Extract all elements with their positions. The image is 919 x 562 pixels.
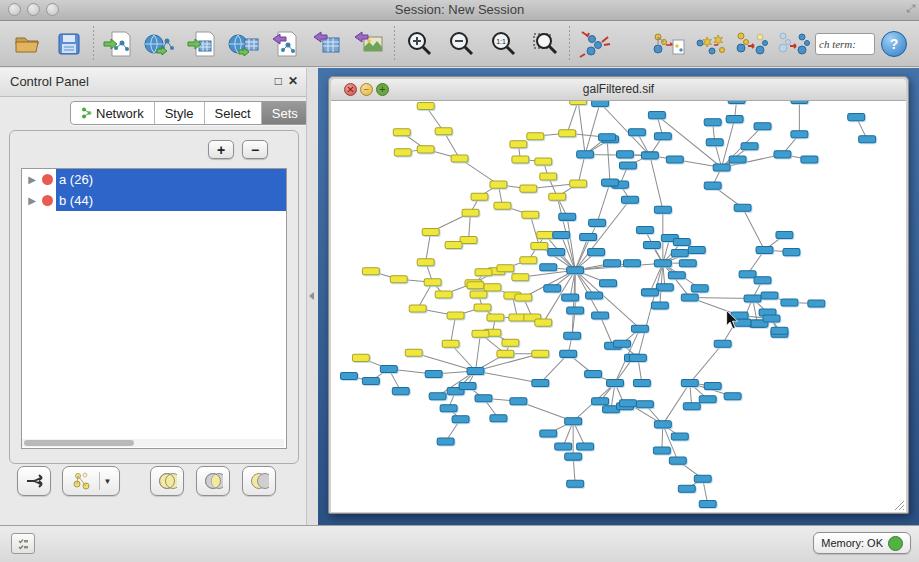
memory-status-label: Memory: OK (821, 537, 883, 549)
collapse-panel-icon[interactable] (309, 292, 314, 300)
help-icon[interactable]: ? (881, 31, 907, 57)
toolbar: 1:1 ? (0, 21, 919, 67)
export-image-button[interactable] (349, 24, 391, 64)
horizontal-scrollbar[interactable] (22, 439, 284, 447)
save-session-button[interactable] (48, 24, 90, 64)
toolbar-separator (93, 26, 94, 62)
network-tree-icon (81, 107, 92, 119)
window-resize-icon[interactable]: ⤢ (906, 2, 915, 15)
task-list-icon (18, 538, 28, 550)
float-panel-icon[interactable]: □ (275, 74, 282, 88)
split-set-icon (24, 471, 44, 491)
apply-style-icon[interactable] (689, 24, 731, 64)
set-row-b[interactable]: ▶ b (44) (22, 190, 286, 211)
zoom-in-icon[interactable] (398, 24, 440, 64)
task-history-button[interactable] (11, 533, 35, 554)
set-color-icon (42, 195, 53, 206)
zoom-selected-icon[interactable] (524, 24, 566, 64)
import-network-file-button[interactable] (97, 24, 139, 64)
toolbar-separator (569, 26, 570, 62)
toolbar-separator (394, 26, 395, 62)
network-frame-title: galFiltered.sif (331, 82, 906, 96)
intersection-button[interactable] (196, 466, 230, 496)
network-graph[interactable] (331, 101, 906, 512)
union-icon (157, 471, 177, 491)
hide-selected-icon[interactable] (731, 24, 773, 64)
apply-layout-icon[interactable] (573, 24, 615, 64)
union-button[interactable] (150, 466, 184, 496)
search-input[interactable] (815, 33, 875, 55)
chevron-down-icon[interactable]: ▼ (104, 477, 112, 486)
new-network-from-selection-icon[interactable] (647, 24, 689, 64)
network-frame-titlebar[interactable]: ✕ − + galFiltered.sif (331, 79, 906, 101)
intersection-icon (203, 471, 223, 491)
network-frame[interactable]: ✕ − + galFiltered.sif (328, 76, 909, 514)
tab-style[interactable]: Style (155, 102, 205, 124)
sets-panel: + − ▶ a (26) ▶ b (44) (9, 130, 299, 464)
difference-button[interactable] (242, 466, 276, 496)
export-network-button[interactable] (265, 24, 307, 64)
network-desktop: ✕ − + galFiltered.sif (318, 68, 919, 525)
window-title: Session: New Session (0, 2, 919, 17)
scrollbar-thumb[interactable] (24, 440, 134, 446)
set-label[interactable]: a (26) (56, 169, 286, 190)
control-panel-header: Control Panel □ ✕ (0, 68, 306, 97)
import-network-database-button[interactable] (139, 24, 181, 64)
difference-icon (249, 471, 269, 491)
create-set-button[interactable]: ▼ (62, 466, 120, 496)
show-all-icon[interactable] (773, 24, 815, 64)
tab-sets[interactable]: Sets (262, 102, 308, 124)
zoom-out-icon[interactable] (440, 24, 482, 64)
set-row-a[interactable]: ▶ a (26) (22, 169, 286, 190)
create-set-from-network-icon (71, 471, 95, 491)
status-bar: Memory: OK (0, 525, 919, 562)
memory-status-button[interactable]: Memory: OK (813, 532, 911, 554)
memory-ok-icon (888, 536, 903, 551)
close-panel-icon[interactable]: ✕ (288, 74, 298, 88)
split-set-button[interactable] (17, 466, 51, 496)
set-operations-row: ▼ (0, 466, 306, 502)
set-color-icon (42, 174, 53, 185)
import-table-database-button[interactable] (223, 24, 265, 64)
zoom-actual-size-icon[interactable]: 1:1 (482, 24, 524, 64)
export-table-button[interactable] (307, 24, 349, 64)
sets-list: ▶ a (26) ▶ b (44) (21, 168, 287, 449)
control-panel-title: Control Panel (10, 74, 89, 89)
window-titlebar: Session: New Session ⤢ (0, 0, 919, 21)
tab-select[interactable]: Select (205, 102, 262, 124)
import-table-file-button[interactable] (181, 24, 223, 64)
tab-network[interactable]: Network (71, 102, 155, 124)
network-canvas[interactable] (331, 101, 906, 512)
svg-text:1:1: 1:1 (496, 38, 506, 45)
remove-set-button[interactable]: − (242, 140, 268, 159)
control-panel: Control Panel □ ✕ Network Style Select S… (0, 68, 306, 525)
expander-icon[interactable]: ▶ (22, 195, 42, 206)
frame-resize-grip[interactable] (892, 498, 905, 511)
button-divider (99, 472, 100, 490)
control-panel-tabs: Network Style Select Sets (70, 101, 309, 125)
expander-icon[interactable]: ▶ (22, 174, 42, 185)
add-set-button[interactable]: + (208, 140, 234, 159)
set-label[interactable]: b (44) (56, 190, 286, 211)
open-file-button[interactable] (6, 24, 48, 64)
